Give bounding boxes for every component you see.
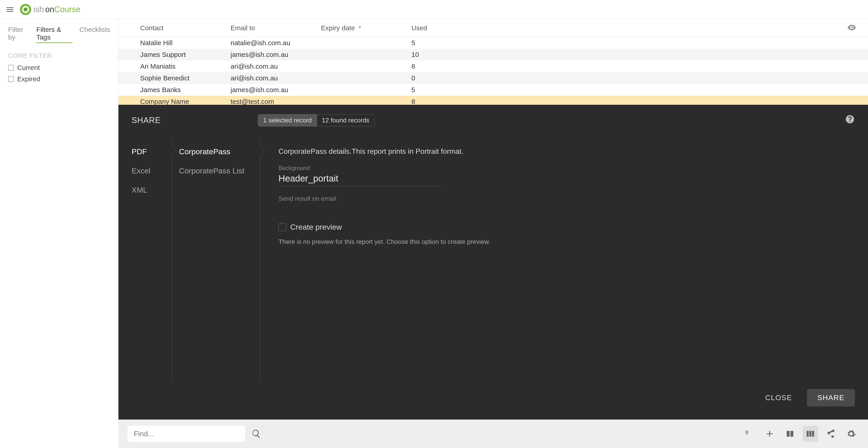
gear-icon[interactable] (843, 426, 859, 442)
logo-text-on: on (45, 5, 54, 14)
report-description: CorporatePass details.This report prints… (278, 147, 855, 156)
cell-contact: Sophie Benedict (140, 74, 230, 82)
record-scope-toggle: 1 selected record 12 found records (258, 114, 375, 127)
checkbox-icon (8, 65, 14, 71)
view-three-column-icon[interactable] (802, 426, 818, 442)
cell-email: james@ish.com.au (230, 86, 321, 94)
cell-used: 0 (411, 74, 457, 82)
cell-used: 8 (411, 98, 457, 105)
column-header-email[interactable]: Email to (230, 24, 321, 32)
toggle-selected-records[interactable]: 1 selected record (258, 114, 317, 127)
bottom-toolbar (119, 419, 868, 448)
report-column: CorporatePass CorporatePass List (172, 140, 260, 389)
create-preview-label: Create preview (290, 222, 342, 232)
modal-header: SHARE 1 selected record 12 found records (119, 105, 868, 136)
checkbox-icon (8, 76, 14, 82)
cell-email: test@test.com (230, 98, 321, 105)
table-row[interactable]: Ari Maniatisari@ish.com.au8 (119, 61, 868, 72)
logo-text-course: Course (54, 5, 81, 14)
modal-body: PDF Excel XML CorporatePass CorporatePas… (119, 136, 868, 389)
column-header-contact[interactable]: Contact (140, 24, 230, 32)
cell-contact: Company Name (140, 98, 230, 105)
create-preview-checkbox[interactable]: Create preview (278, 222, 855, 232)
cell-email: james@ish.com.au (230, 51, 321, 59)
table-row[interactable]: James Banksjames@ish.com.au5 (119, 84, 868, 96)
cell-used: 10 (411, 51, 457, 59)
column-visibility-icon[interactable] (847, 23, 857, 33)
format-column: PDF Excel XML (131, 140, 172, 389)
cell-used: 8 (411, 63, 457, 70)
sort-asc-icon (357, 24, 363, 32)
format-xml[interactable]: XML (131, 185, 172, 195)
table-row[interactable]: Natalie Hillnatalie@ish.com.au5 (119, 37, 868, 49)
close-button[interactable]: CLOSE (757, 389, 800, 407)
filter-current-checkbox[interactable]: Current (8, 64, 110, 72)
cell-contact: James Banks (140, 86, 230, 94)
share-icon[interactable] (823, 426, 839, 442)
filter-current-label: Current (17, 64, 40, 72)
column-header-used[interactable]: Used (411, 24, 457, 32)
cell-email: ari@ish.com.au (230, 63, 321, 70)
search-icon[interactable] (250, 427, 263, 441)
column-header-expiry-label: Expiry date (321, 24, 355, 32)
send-email-label: Send result on email (278, 195, 855, 202)
view-two-column-icon[interactable] (782, 426, 798, 442)
cell-used: 5 (411, 39, 457, 47)
tab-checklists[interactable]: Checklists (79, 26, 110, 43)
format-excel[interactable]: Excel (131, 166, 172, 175)
background-field-value[interactable]: Header_portait (278, 173, 441, 186)
add-icon[interactable] (762, 426, 778, 442)
cell-email: natalie@ish.com.au (230, 39, 321, 47)
background-field-label: Background (278, 165, 855, 172)
format-pdf[interactable]: PDF (131, 147, 172, 156)
search-input[interactable] (127, 426, 245, 442)
share-button[interactable]: SHARE (807, 389, 855, 407)
checkbox-icon (278, 223, 286, 231)
tab-filters-tags[interactable]: Filters & Tags (36, 26, 73, 43)
report-details-column: CorporatePass details.This report prints… (260, 140, 855, 389)
table-header: Contact Email to Expiry date Used (119, 19, 868, 37)
cell-email: ari@ish.com.au (230, 74, 321, 82)
filter-tabs: Filter by Filters & Tags Checklists (8, 26, 110, 43)
report-corporatepass[interactable]: CorporatePass (179, 147, 260, 156)
table-row[interactable]: Sophie Benedictari@ish.com.au0 (119, 72, 868, 84)
top-bar: ish on Course (0, 0, 868, 19)
report-corporatepass-list[interactable]: CorporatePass List (179, 166, 260, 175)
filter-expired-checkbox[interactable]: Expired (8, 75, 110, 83)
modal-footer: CLOSE SHARE (119, 389, 868, 419)
share-modal: SHARE 1 selected record 12 found records… (119, 105, 868, 419)
filter-expired-label: Expired (17, 75, 40, 83)
hamburger-menu-icon[interactable] (4, 4, 16, 15)
logo-text-ish: ish (33, 5, 44, 14)
cell-contact: James Support (140, 51, 230, 59)
column-header-expiry[interactable]: Expiry date (321, 24, 411, 32)
tab-filter-by[interactable]: Filter by (8, 26, 30, 43)
toggle-found-records[interactable]: 12 found records (317, 114, 375, 127)
pin-icon[interactable] (743, 430, 750, 438)
help-icon[interactable] (845, 114, 855, 125)
cell-contact: Natalie Hill (140, 39, 230, 47)
modal-title: SHARE (131, 115, 161, 125)
logo-mark-icon (20, 4, 31, 15)
preview-hint-text: There is no preview for this report yet.… (278, 238, 855, 245)
filter-sidebar: Filter by Filters & Tags Checklists CORE… (0, 19, 119, 425)
cell-used: 5 (411, 86, 457, 94)
table-row[interactable]: James Supportjames@ish.com.au10 (119, 49, 868, 61)
logo[interactable]: ish on Course (20, 4, 81, 15)
core-filter-heading: CORE FILTER (8, 52, 110, 59)
cell-contact: Ari Maniatis (140, 63, 230, 70)
